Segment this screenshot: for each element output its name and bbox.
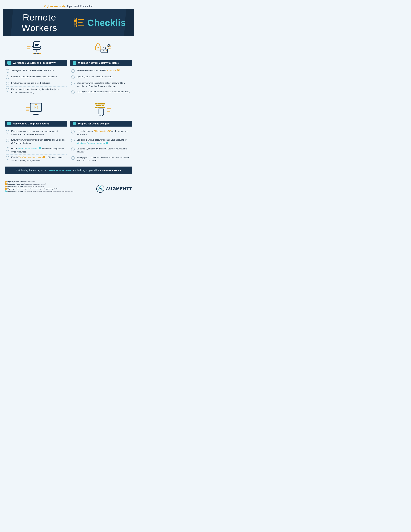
workspace-header: Workspace Security and Productivity <box>5 60 67 66</box>
ref-item-2: 2 https://cyberhoot.com/cybrary/virtual-… <box>5 183 74 185</box>
list-item: Ensure your work computer is fully patch… <box>5 137 67 146</box>
svg-rect-39 <box>33 114 39 115</box>
ref-sup-5: 5 <box>106 142 108 144</box>
ref-sup-3: 3 <box>43 156 45 158</box>
footer-bold2: Become more Secure <box>98 169 121 172</box>
list-item: Lock your computer and devices when not … <box>5 74 67 80</box>
list-item: Update your Wireless Router firmware. <box>70 74 132 80</box>
item-checkbox[interactable] <box>71 76 75 79</box>
item-checkbox[interactable] <box>71 148 75 151</box>
phishing-link[interactable]: Phishing attack <box>94 130 108 132</box>
svg-line-14 <box>40 47 41 48</box>
svg-rect-52 <box>100 107 103 108</box>
svg-rect-51 <box>98 107 100 108</box>
svg-point-10 <box>33 53 34 54</box>
item-checkbox[interactable] <box>6 69 9 73</box>
item-checkbox[interactable] <box>71 69 75 73</box>
svg-rect-46 <box>103 103 105 104</box>
header-banner: Remote Workers Checklist <box>3 9 134 36</box>
item-checkbox[interactable] <box>71 82 75 85</box>
svg-rect-44 <box>98 103 100 104</box>
list-item: Use a Virtual Private Network2 when conn… <box>5 146 67 155</box>
svg-point-25 <box>104 50 105 51</box>
item-text: Change your wireless router's default pa… <box>76 81 131 88</box>
section-home-office: Home Office Computer Security Ensure com… <box>5 98 67 163</box>
item-checkbox[interactable] <box>71 156 75 160</box>
check-box-1 <box>74 18 77 21</box>
item-text: Learn the signs of Phishing attack4 emai… <box>76 130 131 136</box>
item-checkbox[interactable] <box>6 156 9 160</box>
footer-bold1: Become more Aware <box>49 169 72 172</box>
ref-item-3: 3 https://cyberhoot.com/cybrary/two-fact… <box>5 186 74 188</box>
svg-rect-43 <box>95 103 97 104</box>
ref-item-4: 4 https://cyberhoot.com/blog/cyber-hoot-… <box>5 188 74 190</box>
svg-rect-50 <box>95 107 97 108</box>
item-text: Setup your office in a place free of dis… <box>11 69 55 72</box>
list-item: For productivity, maintain an regular sc… <box>5 86 67 95</box>
header: Cybersecurity Tips and Tricks for Remote… <box>0 0 137 36</box>
check-bar-2 <box>78 22 83 23</box>
wireless-header: Wireless Network Security at Home <box>70 60 132 66</box>
list-item: Follow your company's mobile device mana… <box>70 89 132 95</box>
svg-rect-16 <box>40 46 41 47</box>
item-checkbox[interactable] <box>6 130 9 133</box>
item-text: Use a Virtual Private Network2 when conn… <box>11 147 66 153</box>
header-subtitle: Cybersecurity Tips and Tricks for <box>3 5 134 8</box>
svg-rect-18 <box>108 48 111 49</box>
encryption-link[interactable]: encryption <box>107 69 117 72</box>
sections-grid: Workspace Security and Productivity Setu… <box>5 38 132 163</box>
section-wireless: Wireless Network Security at Home Set wi… <box>70 38 132 95</box>
item-text: Ensure computers are running company app… <box>11 130 66 136</box>
svg-rect-15 <box>32 46 33 47</box>
svg-rect-47 <box>96 105 99 106</box>
item-checkbox[interactable] <box>6 88 9 92</box>
section-workspace: Workspace Security and Productivity Setu… <box>5 38 67 95</box>
item-checkbox[interactable] <box>71 90 75 94</box>
online-dangers-header: Prepare for Online Dangers <box>70 121 132 127</box>
svg-rect-40 <box>107 108 111 109</box>
logo-text: AUGMENTT <box>106 186 132 191</box>
ref-item-5: 5 https://cyberhoot.com/blog/cyberhoot-w… <box>5 190 74 192</box>
item-text: Limit work computer use to work activiti… <box>11 81 50 85</box>
ref-item-1: 1 https://cyberhoot.com/cybrary/encrypti… <box>5 181 74 183</box>
ref-sup-2: 2 <box>39 147 41 149</box>
svg-point-36 <box>36 107 37 108</box>
item-checkbox[interactable] <box>6 139 9 142</box>
list-item: Limit work computer use to work activiti… <box>5 80 67 86</box>
ref-sup-1: 1 <box>117 69 120 71</box>
references-section: 1 https://cyberhoot.com/cybrary/encrypti… <box>0 181 137 194</box>
vpn-link[interactable]: Virtual Private Network <box>17 147 39 150</box>
ref-num-4: 4 <box>5 188 7 190</box>
svg-rect-42 <box>107 111 110 112</box>
svg-rect-5 <box>35 44 39 45</box>
list-item: Do some Cybersecurity Training. Learn in… <box>70 146 132 155</box>
ref-sup-4: 4 <box>108 130 111 132</box>
ref-num-1: 1 <box>5 181 7 183</box>
item-checkbox[interactable] <box>6 76 9 79</box>
list-item: Enable Two-Factor Authentication3 (2FA) … <box>5 155 67 163</box>
svg-line-27 <box>104 47 104 49</box>
svg-point-11 <box>36 53 37 54</box>
wireless-icon-area <box>70 38 132 58</box>
item-checkbox[interactable] <box>71 139 75 142</box>
ref-num-5: 5 <box>5 190 7 192</box>
svg-point-21 <box>97 47 99 48</box>
section-online-dangers: Prepare for Online Dangers Learn the sig… <box>70 98 132 163</box>
2fa-link[interactable]: Two-Factor Authentication <box>18 156 43 159</box>
list-item: Change your wireless router's default pa… <box>70 80 132 89</box>
workspace-svg-icon <box>26 39 46 57</box>
main-content: Workspace Security and Productivity Setu… <box>0 36 137 181</box>
item-checkbox[interactable] <box>6 147 9 151</box>
check-bar-3 <box>78 26 84 26</box>
svg-rect-4 <box>35 43 39 43</box>
check-box-2 <box>74 21 77 24</box>
password-manager-link[interactable]: adopting a Password Manager <box>76 142 105 144</box>
banner-right-text: Checklist <box>87 17 129 28</box>
item-checkbox[interactable] <box>6 82 9 85</box>
footer-text-middle: and in doing so, you will <box>73 169 97 172</box>
home-office-icon-area <box>5 98 67 119</box>
home-office-header: Home Office Computer Security <box>5 121 67 127</box>
list-item: Use strong, unique passwords on all your… <box>70 137 132 146</box>
ref-url-3: https://cyberhoot.com/cybrary/two-factor… <box>7 186 45 187</box>
item-checkbox[interactable] <box>71 130 75 133</box>
